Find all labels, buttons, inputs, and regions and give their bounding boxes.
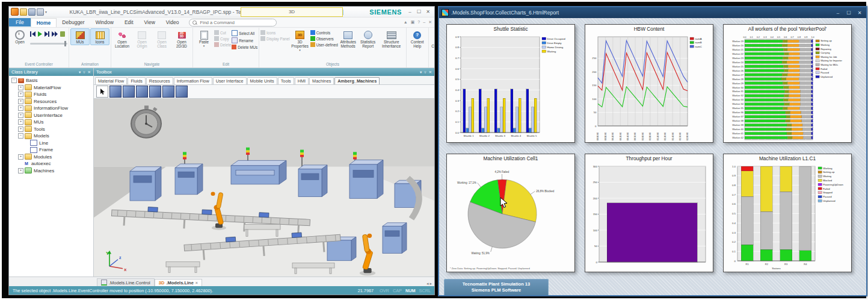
open-class-button[interactable]: Open Class xyxy=(152,28,171,49)
tree-item-resources[interactable]: +Resources xyxy=(9,98,93,105)
tree-item-fluids[interactable]: +Fluids xyxy=(9,91,93,98)
report-close-button[interactable]: ✕ xyxy=(855,10,864,16)
3d-properties-dropdown-icon[interactable]: ▾ xyxy=(299,49,301,52)
toolbox-tab-mobile-units[interactable]: Mobile Units xyxy=(247,77,277,84)
tree-expander-icon[interactable]: + xyxy=(18,168,23,173)
toolbox-tab-material-flow[interactable]: Material Flow xyxy=(95,77,127,84)
toolbox-tab-amberg-machines[interactable]: Amberg_Machines xyxy=(334,77,380,84)
tree-expander-icon[interactable]: + xyxy=(18,113,23,118)
tree-item-frame[interactable]: Frame xyxy=(9,146,93,154)
report-minimize-button[interactable]: – xyxy=(834,10,842,16)
icons-button[interactable]: Icons xyxy=(90,28,109,45)
panel-pin-icon[interactable]: ▿ xyxy=(83,70,85,75)
close-button[interactable]: ✕ xyxy=(423,9,432,14)
3d-viewport[interactable]: Y x z xyxy=(94,99,434,277)
toolbox-dropdown-icon[interactable]: ▾ xyxy=(420,70,422,75)
copy-button[interactable]: Copy xyxy=(214,36,231,41)
select-all-button[interactable]: Select All xyxy=(232,30,257,36)
minimize-button[interactable]: – xyxy=(405,9,414,14)
open-file-icon[interactable] xyxy=(20,8,27,16)
tree-expander-icon[interactable]: + xyxy=(18,127,23,132)
tree-expander-icon[interactable]: + xyxy=(18,119,23,125)
playback-controls[interactable] xyxy=(30,28,67,37)
machine-tool-6[interactable] xyxy=(176,86,188,98)
menu-view[interactable]: View xyxy=(139,18,161,27)
structure-inheritance-button[interactable]: Structure Inheritance xyxy=(378,28,405,49)
context-help-button[interactable]: ? Context Help xyxy=(408,28,427,49)
toolbox-tab-machines[interactable]: Machines xyxy=(309,77,334,84)
machine-tool-2[interactable] xyxy=(123,86,135,98)
tree-expander-icon[interactable]: + xyxy=(18,99,23,104)
tree-expander-icon[interactable]: + xyxy=(18,92,23,97)
rename-button[interactable]: Rename xyxy=(232,37,257,43)
toolbox-tab-user-interface[interactable]: User Interface xyxy=(213,77,247,84)
toolbox-pin-icon[interactable]: ▿ xyxy=(424,70,426,75)
menu-file[interactable]: File xyxy=(9,18,31,27)
machine-tool-5[interactable] xyxy=(162,86,174,98)
select-tool-button[interactable] xyxy=(96,86,108,98)
machine-tool-3[interactable] xyxy=(136,86,148,98)
report-maximize-button[interactable]: ☐ xyxy=(845,10,853,16)
tree-item-machines[interactable]: +Machines xyxy=(9,167,93,175)
tab-3d-models-line[interactable]: 3D .Models.Line × xyxy=(155,279,202,286)
tab-close-icon[interactable]: × xyxy=(195,281,198,285)
tree-expander-icon[interactable]: − xyxy=(11,78,17,83)
tree-item-informationflow[interactable]: +InformationFlow xyxy=(9,105,93,112)
manage-class-library-button[interactable]: Manage Class Library xyxy=(430,28,434,49)
search-input[interactable] xyxy=(199,19,273,26)
controls-button[interactable]: Controls xyxy=(310,30,338,35)
toolbox-tab-fluids[interactable]: Fluids xyxy=(128,77,145,84)
tree-item-materialflow[interactable]: +MaterialFlow xyxy=(9,84,93,92)
open-2d3d-button[interactable]: 2D3D Open 2D/3D xyxy=(172,28,191,49)
attributes-methods-button[interactable]: Attributes Methods xyxy=(339,28,358,49)
toolbox-tab-information-flow[interactable]: Information Flow xyxy=(174,77,212,84)
delete-button[interactable]: Delete xyxy=(214,42,231,47)
delete-mus-button[interactable]: Delete MUs xyxy=(232,45,257,49)
toolbox-tab-hmi[interactable]: HMI xyxy=(295,77,309,84)
tree-expander-icon[interactable]: + xyxy=(18,154,23,160)
slider-thumb[interactable] xyxy=(64,41,66,46)
machine-tool-1[interactable] xyxy=(109,86,122,98)
doc-minimize-icon[interactable]: – xyxy=(423,20,425,25)
display-panel-button[interactable]: Display Panel xyxy=(260,36,290,41)
command-search[interactable] xyxy=(189,19,277,27)
toolbox-tab-tools[interactable]: Tools xyxy=(278,77,294,84)
menu-home[interactable]: Home xyxy=(31,18,57,27)
tree-item-basis[interactable]: −Basis xyxy=(9,77,93,84)
tree-item-tools[interactable]: +Tools xyxy=(9,126,93,133)
tree-expander-icon[interactable]: − xyxy=(18,133,23,139)
menu-window[interactable]: Window xyxy=(90,18,119,27)
doc-close-icon[interactable]: ✕ xyxy=(428,20,432,25)
maximize-button[interactable]: ☐ xyxy=(414,9,423,14)
tree-item-mus[interactable]: +MUs xyxy=(9,119,93,126)
machine-tool-4[interactable] xyxy=(149,86,161,98)
save-icon[interactable] xyxy=(28,8,35,16)
observers-button[interactable]: Observers xyxy=(310,36,338,41)
tree-item-modules[interactable]: +Modules xyxy=(9,154,93,161)
collapse-ribbon-icon[interactable]: ▲ xyxy=(404,20,408,25)
tree-item-userinterface[interactable]: +UserInterface xyxy=(9,112,93,119)
3d-properties-button[interactable]: 3D 3D Properties ▾ xyxy=(291,28,310,52)
save-all-icon[interactable] xyxy=(37,8,44,16)
tree-expander-icon[interactable]: + xyxy=(18,85,23,90)
tree-expander-icon[interactable]: + xyxy=(18,105,23,111)
toolbox-close-icon[interactable]: ✕ xyxy=(429,70,432,75)
cut-button[interactable]: Cut xyxy=(214,30,231,35)
tree-item-line[interactable]: Line xyxy=(9,140,93,147)
tab-scroll-arrows[interactable]: ◂ ▸ xyxy=(426,281,432,286)
tree-item-models[interactable]: −Models xyxy=(9,133,93,140)
speed-slider[interactable] xyxy=(30,43,67,45)
help-icon[interactable]: ? xyxy=(417,20,420,25)
menu-debugger[interactable]: Debugger xyxy=(57,18,90,27)
statistics-report-button[interactable]: Statistics Report xyxy=(359,28,378,49)
paste-dropdown-icon[interactable]: ▾ xyxy=(203,45,205,48)
open-origin-button[interactable]: Open Origin xyxy=(132,28,152,49)
icons-small-button[interactable]: Icons xyxy=(260,30,290,35)
tree-item-autoexec[interactable]: Mautoexec xyxy=(9,160,93,167)
open-location-button[interactable]: Open Location xyxy=(112,28,132,49)
menu-video[interactable]: Video xyxy=(161,18,185,27)
menu-edit[interactable]: Edit xyxy=(119,18,139,27)
paste-button[interactable]: Paste ▾ xyxy=(194,28,214,48)
open-eventcontroller-button[interactable]: Open xyxy=(10,28,29,45)
style-icon[interactable]: ▣ xyxy=(411,20,415,25)
